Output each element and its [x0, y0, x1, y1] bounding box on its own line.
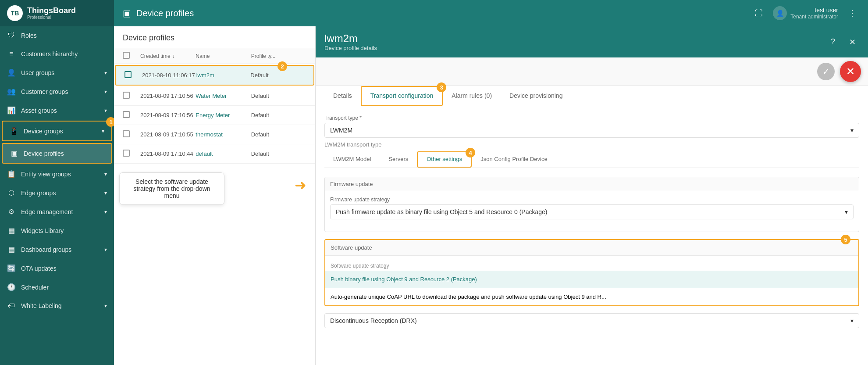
- sidebar-item-edge-groups[interactable]: ⬡ Edge groups ▾: [0, 183, 114, 202]
- tab-alarm-rules[interactable]: Alarm rules (0): [443, 86, 501, 106]
- row-checkbox[interactable]: [123, 111, 140, 119]
- app-name: ThingsBoard: [27, 7, 76, 15]
- confirm-button[interactable]: ✓: [817, 63, 835, 80]
- dropdown-arrow-icon: ▾: [845, 208, 848, 215]
- main-area: Device profiles Created time ↓ Name Prof…: [114, 26, 868, 365]
- row-device-name: thermostat: [196, 131, 251, 138]
- hierarchy-icon: ≡: [7, 50, 16, 58]
- table-row[interactable]: 2021-08-09 17:10:56 Water Meter Default: [114, 86, 315, 106]
- detail-header-actions: ? ✕: [826, 35, 859, 49]
- sidebar-item-label: Widgets Library: [21, 227, 64, 234]
- sidebar-item-white-labeling[interactable]: 🏷 White Labeling ▾: [0, 297, 114, 315]
- row-checkbox[interactable]: [123, 92, 140, 100]
- header-time[interactable]: Created time ↓: [140, 53, 196, 59]
- row-device-name: Water Meter: [196, 93, 251, 99]
- detail-title-area: lwm2m Device profile details: [324, 32, 826, 51]
- tab-transport-configuration[interactable]: 3 Transport configuration: [361, 86, 443, 106]
- sidebar-item-scheduler[interactable]: 🕐 Scheduler: [0, 278, 114, 297]
- firmware-section-title: Firmware update: [325, 177, 859, 191]
- software-update-wrapper: 5 Software update Software update strate…: [324, 239, 859, 306]
- device-icon: 📱: [10, 127, 18, 135]
- close-button[interactable]: ✕: [845, 35, 859, 49]
- row-checkbox[interactable]: [123, 150, 140, 158]
- software-update-title: Software update: [325, 240, 858, 256]
- device-list-panel: Device profiles Created time ↓ Name Prof…: [114, 26, 316, 365]
- transport-type-field[interactable]: LWM2M ▾: [324, 123, 859, 138]
- fullscreen-button[interactable]: ⛶: [752, 6, 766, 20]
- sidebar-item-device-profiles[interactable]: ▣ Device profiles: [2, 143, 112, 164]
- sidebar-item-customer-groups[interactable]: 👥 Customer groups ▾: [0, 82, 114, 101]
- edge-icon: ⬡: [7, 189, 16, 197]
- table-row[interactable]: 2 2021-08-10 11:06:17 lwm2m Default: [115, 65, 314, 86]
- table-row[interactable]: 2021-08-09 17:10:55 thermostat Default: [114, 125, 315, 144]
- sidebar-item-label: Entity view groups: [21, 171, 71, 178]
- firmware-strategy-label: Firmware update strategy: [330, 197, 854, 203]
- chevron-down-icon: ▾: [104, 70, 107, 76]
- sidebar-item-ota-updates[interactable]: 🔄 OTA updates: [0, 259, 114, 278]
- annotation-badge-1: 1: [106, 117, 114, 127]
- asset-icon: 📊: [7, 106, 16, 115]
- tab-details[interactable]: Details: [324, 86, 361, 106]
- sidebar-item-edge-management[interactable]: ⚙ Edge management ▾: [0, 202, 114, 221]
- edge-mgmt-icon: ⚙: [7, 208, 16, 216]
- detail-tabs: Details 3 Transport configuration Alarm …: [316, 86, 868, 106]
- sidebar-item-label: White Labeling: [21, 302, 62, 309]
- table-header: Created time ↓ Name Profile ty...: [114, 48, 315, 64]
- row-device-name: Energy Meter: [196, 112, 251, 118]
- tooltip-arrow: ➜: [295, 177, 306, 193]
- table-row[interactable]: 2021-08-09 17:10:56 Energy Meter Default: [114, 106, 315, 125]
- more-options-button[interactable]: ⋮: [845, 6, 859, 20]
- sidebar-item-dashboard-groups[interactable]: ▤ Dashboard groups ▾: [0, 240, 114, 259]
- row-profile-type: Default: [251, 112, 306, 118]
- shield-icon: 🛡: [7, 32, 16, 39]
- header-name[interactable]: Name: [196, 53, 251, 59]
- annotation-badge-2: 2: [277, 61, 287, 71]
- firmware-strategy-field[interactable]: Push firmware update as binary file usin…: [330, 204, 854, 219]
- subtab-json-config[interactable]: Json Config Profile Device: [472, 151, 556, 168]
- software-strategy-option-1[interactable]: Push binary file using Object 9 and Reso…: [325, 271, 858, 288]
- transport-type-label: Transport type *: [324, 115, 859, 121]
- drx-field[interactable]: Discontinuous Reception (DRX) ▾: [324, 313, 859, 328]
- sidebar-item-asset-groups[interactable]: 📊 Asset groups ▾: [0, 101, 114, 120]
- detail-title: lwm2m: [324, 32, 826, 45]
- tab-device-provisioning[interactable]: Device provisioning: [501, 86, 571, 106]
- profiles-icon: ▣: [10, 149, 18, 157]
- sidebar-item-label: Edge groups: [21, 190, 56, 197]
- detail-content: Transport type * LWM2M ▾ LWM2M transport…: [316, 106, 868, 365]
- subtab-lwm2m-model[interactable]: LWM2M Model: [324, 151, 380, 168]
- subtab-servers[interactable]: Servers: [380, 151, 417, 168]
- sidebar-item-device-groups[interactable]: 1 📱 Device groups ▾: [2, 121, 112, 141]
- sidebar-item-widgets-library[interactable]: ▦ Widgets Library: [0, 221, 114, 240]
- transport-subtabs: LWM2M Model Servers 4 Other settings Jso…: [324, 151, 859, 168]
- cancel-button[interactable]: ✕: [840, 61, 861, 82]
- clock-icon: 🕐: [7, 283, 16, 291]
- firmware-strategy-value: Push firmware update as binary file usin…: [336, 208, 547, 215]
- table-row-wrapper-1: 2 2021-08-10 11:06:17 lwm2m Default: [114, 64, 315, 86]
- topbar: ▣ Device profiles ⛶ 👤 test user Tenant a…: [114, 0, 868, 26]
- sidebar-item-user-groups[interactable]: 👤 User groups ▾: [0, 63, 114, 82]
- sidebar-item-label: Device groups: [24, 128, 63, 135]
- chevron-down-icon: ▾: [104, 171, 107, 177]
- chevron-down-icon: ▾: [104, 209, 107, 215]
- chevron-down-icon: ▾: [104, 89, 107, 95]
- widgets-icon: ▦: [7, 226, 16, 235]
- detail-subtitle: Device profile details: [324, 45, 826, 51]
- topbar-actions: ⛶ 👤 test user Tenant administrator ⋮: [752, 6, 859, 20]
- row-created-time: 2021-08-10 11:06:17: [142, 72, 196, 79]
- page-icon: ▣: [123, 8, 131, 18]
- subtab-other-settings[interactable]: 4 Other settings: [417, 151, 472, 168]
- table-row[interactable]: 2021-08-09 17:10:44 default Default: [114, 144, 315, 164]
- sidebar-item-customers-hierarchy[interactable]: ≡ Customers hierarchy: [0, 45, 114, 63]
- chevron-down-icon: ▾: [102, 128, 104, 134]
- detail-header: lwm2m Device profile details ? ✕: [316, 26, 868, 57]
- help-button[interactable]: ?: [826, 35, 840, 49]
- row-checkbox[interactable]: [123, 130, 140, 139]
- header-profile[interactable]: Profile ty...: [251, 53, 306, 59]
- software-strategy-option-2[interactable]: Auto-generate unique CoAP URL to downloa…: [325, 288, 858, 305]
- sidebar-item-label: Customer groups: [21, 88, 68, 95]
- select-all-checkbox[interactable]: [123, 52, 130, 59]
- row-checkbox[interactable]: [125, 71, 142, 79]
- sidebar-item-entity-view-groups[interactable]: 📋 Entity view groups ▾: [0, 165, 114, 183]
- chevron-down-icon: ▾: [104, 190, 107, 196]
- sidebar-item-roles[interactable]: 🛡 Roles: [0, 26, 114, 45]
